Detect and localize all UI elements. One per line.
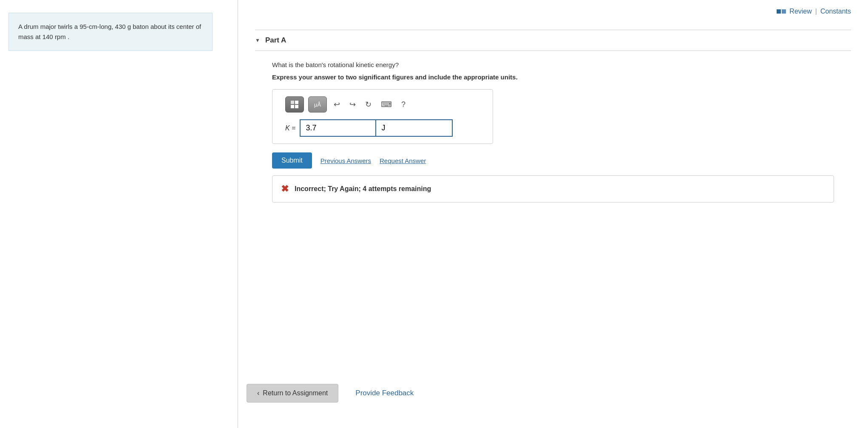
header-separator: | bbox=[815, 8, 817, 15]
provide-feedback-link[interactable]: Provide Feedback bbox=[355, 389, 414, 397]
constants-link[interactable]: Constants bbox=[820, 8, 851, 15]
problem-text: A drum major twirls a 95-cm-long, 430 g … bbox=[18, 23, 201, 40]
request-answer-button[interactable]: Request Answer bbox=[380, 157, 426, 164]
grid-button[interactable] bbox=[285, 96, 304, 113]
buttons-row: Submit Previous Answers Request Answer bbox=[272, 152, 834, 169]
footer-row: ‹ Return to Assignment Provide Feedback bbox=[247, 384, 414, 403]
left-panel: A drum major twirls a 95-cm-long, 430 g … bbox=[0, 0, 238, 428]
help-button[interactable]: ? bbox=[399, 99, 408, 111]
previous-answers-button[interactable]: Previous Answers bbox=[321, 157, 371, 164]
answer-box: μÅ ↩ ↪ ↻ ⌨ ? K = bbox=[272, 89, 493, 144]
input-row: K = bbox=[281, 119, 484, 137]
error-box: ✖ Incorrect; Try Again; 4 attempts remai… bbox=[272, 175, 834, 203]
top-header: Review | Constants bbox=[777, 8, 851, 15]
keyboard-button[interactable]: ⌨ bbox=[378, 98, 394, 111]
return-label: Return to Assignment bbox=[263, 389, 328, 397]
part-title: Part A bbox=[265, 36, 286, 45]
redo-button[interactable]: ↪ bbox=[347, 98, 358, 111]
toolbar: μÅ ↩ ↪ ↻ ⌨ ? bbox=[281, 96, 484, 113]
review-icon bbox=[777, 9, 786, 14]
undo-button[interactable]: ↩ bbox=[331, 98, 343, 111]
question-instruction: Express your answer to two significant f… bbox=[272, 73, 834, 81]
refresh-button[interactable]: ↻ bbox=[363, 98, 374, 111]
part-header: ▼ Part A bbox=[255, 30, 851, 51]
problem-box: A drum major twirls a 95-cm-long, 430 g … bbox=[9, 13, 213, 51]
part-section: ▼ Part A What is the baton's rotational … bbox=[255, 30, 851, 213]
unit-input[interactable] bbox=[376, 119, 453, 137]
chevron-down-icon: ▼ bbox=[255, 37, 260, 43]
value-input[interactable] bbox=[300, 119, 376, 137]
error-text: Incorrect; Try Again; 4 attempts remaini… bbox=[295, 185, 431, 193]
question-text: What is the baton's rotational kinetic e… bbox=[272, 61, 834, 68]
chevron-left-icon: ‹ bbox=[257, 389, 259, 397]
submit-button[interactable]: Submit bbox=[272, 152, 312, 169]
review-link[interactable]: Review bbox=[789, 8, 811, 15]
right-panel: ▼ Part A What is the baton's rotational … bbox=[238, 0, 868, 428]
unit-button[interactable]: μÅ bbox=[308, 96, 327, 113]
x-icon: ✖ bbox=[281, 183, 289, 194]
question-area: What is the baton's rotational kinetic e… bbox=[255, 51, 851, 213]
k-label: K = bbox=[285, 124, 295, 132]
return-to-assignment-button[interactable]: ‹ Return to Assignment bbox=[247, 384, 338, 403]
